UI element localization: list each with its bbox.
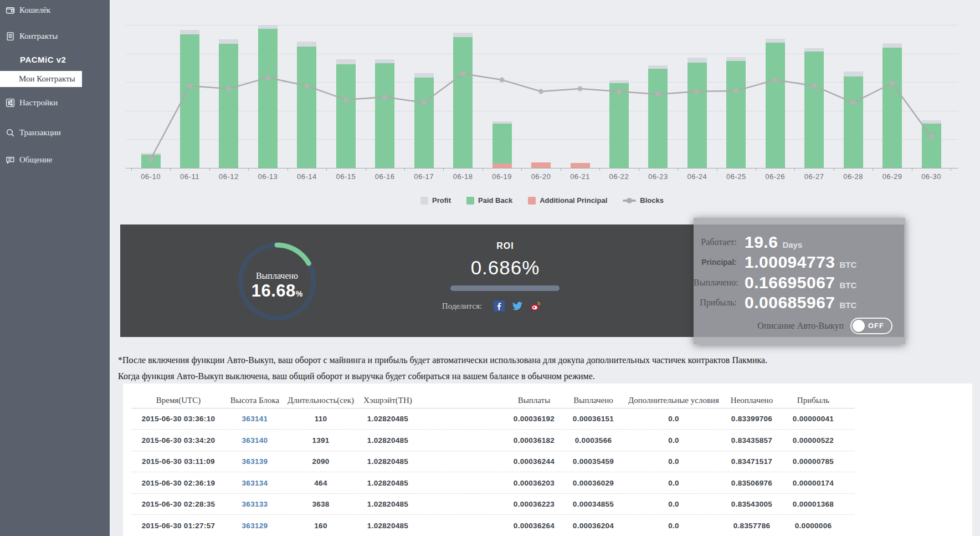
axis-tick bbox=[873, 168, 873, 171]
x-axis-label: 06-15 bbox=[326, 172, 366, 181]
x-axis-label: 06-17 bbox=[404, 172, 444, 181]
paid-ring-value: 16.68 bbox=[252, 281, 296, 300]
sidebar-item-label: Мои Контракты bbox=[19, 74, 75, 84]
facebook-icon[interactable] bbox=[494, 300, 505, 312]
x-axis-label: 06-10 bbox=[131, 172, 171, 181]
sidebar: КошелёкКонтрактыPACMiC v2Мои КонтрактыНа… bbox=[0, 0, 110, 536]
twitter-icon[interactable] bbox=[512, 300, 523, 312]
stat-row-0: Работает:19.6Days bbox=[694, 233, 905, 252]
legend-swatch bbox=[466, 197, 474, 205]
paid-ring-label: Выплачено bbox=[235, 271, 319, 281]
chat-icon bbox=[6, 155, 15, 165]
stat-value: 0.00685967 bbox=[745, 293, 835, 312]
table-cell: 1.02820485 bbox=[332, 479, 443, 487]
toggle-state-label: OFF bbox=[868, 321, 884, 330]
table-cell: 0.0000006 bbox=[758, 522, 869, 530]
x-axis-label: 06-12 bbox=[209, 172, 249, 181]
axis-tick bbox=[834, 168, 834, 171]
sidebar-item-4[interactable]: Настройки bbox=[0, 95, 110, 110]
sidebar-item-5[interactable]: Транзакции bbox=[0, 125, 110, 140]
axis-tick bbox=[366, 168, 366, 171]
blocks-line-series bbox=[126, 25, 958, 168]
row-divider bbox=[131, 493, 854, 494]
legend-label: Blocks bbox=[640, 196, 664, 205]
axis-tick bbox=[404, 168, 405, 171]
x-axis-label: 06-27 bbox=[794, 172, 834, 181]
sidebar-item-active-my-contracts[interactable]: Мои Контракты bbox=[0, 71, 82, 87]
x-axis-label: 06-24 bbox=[677, 172, 717, 181]
axis-tick bbox=[170, 168, 171, 171]
weibo-icon[interactable] bbox=[530, 300, 541, 312]
stat-label: Выплачено: bbox=[694, 278, 737, 288]
legend-label: Additional Principal bbox=[540, 196, 607, 205]
autobuy-toggle[interactable]: OFF bbox=[850, 318, 892, 334]
sidebar-item-6[interactable]: Общение bbox=[0, 152, 110, 167]
axis-tick bbox=[288, 168, 288, 171]
table-header-8: Прибыль bbox=[747, 396, 880, 405]
table-cell: 0.00000522 bbox=[758, 436, 869, 445]
axis-tick bbox=[483, 168, 483, 171]
autobuy-note-line1: *После включения функции Авто-Выкуп, ваш… bbox=[118, 355, 767, 365]
axis-tick bbox=[521, 168, 522, 171]
search-icon bbox=[6, 128, 15, 137]
table-cell: 0.00000785 bbox=[758, 457, 869, 466]
roi-label: ROI bbox=[450, 241, 561, 251]
axis-tick bbox=[717, 168, 717, 171]
legend-item-blocks[interactable]: Blocks bbox=[623, 196, 664, 205]
table-cell: 1.02820485 bbox=[332, 522, 443, 530]
axis-tick bbox=[561, 168, 561, 171]
x-axis-label: 06-11 bbox=[170, 172, 210, 181]
sidebar-item-label: Общение bbox=[19, 155, 52, 165]
table-cell: 1.02820485 bbox=[332, 500, 443, 508]
sidebar-item-label: Настройки bbox=[19, 98, 58, 108]
stat-label: Principal: bbox=[694, 258, 737, 267]
stat-value: 1.00094773 bbox=[745, 253, 835, 272]
x-axis-label: 06-19 bbox=[482, 172, 522, 181]
paid-ring-unit: % bbox=[296, 289, 302, 298]
contracts-icon bbox=[6, 32, 15, 41]
sidebar-item-label: Кошелёк bbox=[19, 6, 50, 15]
table-cell: 0.00000174 bbox=[758, 479, 869, 487]
x-axis-label: 06-22 bbox=[599, 172, 639, 181]
chart-legend: ProfitPaid BackAdditional PrincipalBlock… bbox=[126, 196, 958, 205]
sidebar-item-0[interactable]: Кошелёк bbox=[0, 2, 110, 18]
stat-label: Прибыль: bbox=[694, 298, 737, 308]
table-cell: 0.00000041 bbox=[758, 415, 869, 423]
wallet-icon bbox=[6, 6, 15, 15]
axis-tick bbox=[912, 168, 912, 171]
axis-tick bbox=[794, 168, 795, 171]
table-header-3: Хэшрэйт(TH) bbox=[321, 396, 454, 405]
table-cell: 0.00001368 bbox=[758, 500, 869, 508]
legend-item-paid-back[interactable]: Paid Back bbox=[466, 196, 512, 205]
autobuy-label: Описание Авто-Выкуп bbox=[694, 321, 844, 331]
axis-tick bbox=[209, 168, 210, 171]
x-axis-label: 06-30 bbox=[911, 172, 951, 181]
legend-label: Profit bbox=[432, 196, 451, 205]
axis-tick bbox=[639, 168, 639, 171]
x-axis-label: 06-20 bbox=[521, 172, 561, 181]
autobuy-note-line2: Когда функция Авто-Выкуп выключена, ваш … bbox=[118, 371, 595, 381]
roi-value: 0.686% bbox=[422, 257, 588, 279]
row-divider bbox=[131, 472, 854, 472]
table-header-divider bbox=[131, 408, 854, 409]
x-axis-label: 06-21 bbox=[560, 172, 600, 181]
x-axis-label: 06-25 bbox=[716, 172, 756, 181]
share-label: Поделится: bbox=[442, 302, 482, 311]
legend-swatch bbox=[623, 200, 636, 202]
stat-unit: BTC bbox=[840, 276, 857, 290]
stat-label: Работает: bbox=[694, 237, 737, 247]
legend-item-profit[interactable]: Profit bbox=[420, 196, 451, 205]
sidebar-subheader-pacmic[interactable]: PACMiC v2 bbox=[20, 55, 66, 64]
roi-progress-bar[interactable] bbox=[450, 285, 560, 291]
sidebar-item-1[interactable]: Контракты bbox=[0, 28, 110, 44]
paid-ring-text: Выплачено 16.68% bbox=[235, 271, 319, 301]
axis-tick bbox=[131, 168, 132, 171]
legend-item-additional-principal[interactable]: Additional Principal bbox=[528, 196, 607, 205]
axis-tick bbox=[599, 168, 600, 171]
stat-value: 19.6 bbox=[745, 233, 778, 252]
x-axis-label: 06-26 bbox=[755, 172, 795, 181]
stat-row-3: Прибыль:0.00685967BTC bbox=[694, 293, 905, 312]
share-row: Поделится: bbox=[397, 300, 541, 312]
axis-tick bbox=[248, 168, 249, 171]
stat-unit: Days bbox=[782, 236, 802, 249]
